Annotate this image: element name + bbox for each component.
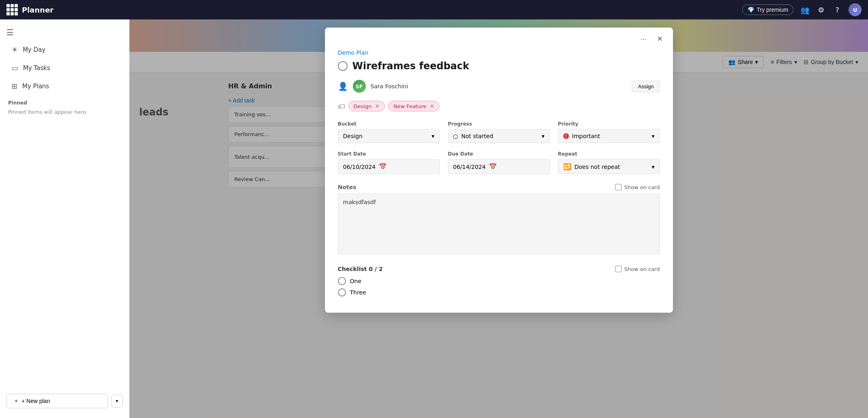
new-plan-button[interactable]: ＋ + New plan	[6, 394, 108, 408]
help-icon[interactable]: ?	[832, 5, 842, 15]
new-plan-chevron-button[interactable]: ▾	[111, 395, 123, 407]
bucket-value: Design	[343, 133, 363, 139]
checklist-title: Checklist 0 / 2	[338, 266, 383, 272]
bucket-chevron-icon: ▾	[431, 133, 434, 139]
sidebar-collapse-button[interactable]: ☰	[0, 24, 129, 41]
repeat-label: Repeat	[558, 151, 660, 157]
notes-label: Notes	[338, 184, 357, 190]
sidebar-bottom: ＋ + New plan ▾	[0, 389, 129, 413]
panel-close-button[interactable]: ✕	[654, 32, 666, 45]
assign-button[interactable]: Assign	[632, 81, 660, 92]
sidebar-item-my-plans[interactable]: ⊞ My Plans	[3, 78, 126, 94]
progress-select[interactable]: ○ Not started ▾	[448, 129, 550, 143]
notes-show-on-card-checkbox[interactable]	[615, 184, 622, 190]
tasks-icon: ▭	[11, 64, 18, 72]
calendar-icon: 📅	[379, 163, 387, 171]
top-nav: Planner 💎 Try premium 👥 ⚙ ? U	[0, 0, 868, 19]
priority-field: Priority ! Important ▾	[558, 121, 660, 143]
start-date-label: Start date	[338, 151, 440, 157]
repeat-icon: 🔁	[563, 163, 571, 171]
plans-icon: ⊞	[11, 82, 17, 90]
bucket-field: Bucket Design ▾	[338, 121, 440, 143]
checklist-item-text: Three	[350, 289, 366, 296]
due-date-input[interactable]: 06/14/2024 📅	[448, 159, 550, 174]
progress-label: Progress	[448, 121, 550, 127]
settings-icon[interactable]: ⚙	[816, 5, 826, 15]
sidebar-item-label: My Tasks	[23, 64, 50, 72]
label-new-feature[interactable]: New Feature ✕	[388, 101, 439, 111]
task-complete-circle[interactable]	[338, 61, 348, 71]
panel-body: Demo Plan Wireframes feedback 👤 SF Sara …	[325, 45, 673, 313]
progress-chevron-icon: ▾	[541, 133, 544, 139]
label-design[interactable]: Design ✕	[348, 101, 385, 111]
sun-icon: ☀	[11, 45, 18, 54]
progress-value: Not started	[461, 133, 493, 139]
priority-select[interactable]: ! Important ▾	[558, 129, 660, 143]
premium-button[interactable]: 💎 Try premium	[742, 4, 794, 15]
checklist-item-text: One	[350, 278, 362, 284]
progress-circle-icon: ○	[453, 133, 458, 139]
nav-left: Planner	[6, 4, 53, 15]
sidebar-item-label: My Day	[23, 46, 45, 53]
panel-more-button[interactable]: ···	[637, 32, 650, 45]
date-fields-grid: Start date 06/10/2024 📅 Due date 06/14/2…	[338, 151, 660, 174]
checklist-item-circle[interactable]	[338, 277, 346, 285]
due-date-field: Due date 06/14/2024 📅	[448, 151, 550, 174]
repeat-select[interactable]: 🔁 Does not repeat ▾	[558, 159, 660, 174]
priority-dot-icon: !	[563, 133, 569, 139]
start-date-input[interactable]: 06/10/2024 📅	[338, 159, 440, 174]
premium-label: Try premium	[757, 6, 788, 13]
labels-row: 🏷 Design ✕ New Feature ✕	[338, 101, 660, 111]
checklist-item: One	[338, 277, 660, 285]
panel-header: ··· ✕	[325, 28, 673, 45]
sidebar-item-my-day[interactable]: ☀ My Day	[3, 41, 126, 58]
new-plan-label: + New plan	[21, 398, 50, 404]
priority-value: Important	[572, 133, 600, 139]
task-detail-panel: ··· ✕ Demo Plan Wireframes feedback 👤 SF	[325, 28, 673, 313]
label-design-text: Design	[354, 103, 372, 109]
checklist-item-circle[interactable]	[338, 288, 346, 296]
main-layout: ☰ ☀ My Day ▭ My Tasks ⊞ My Plans Pinned …	[0, 19, 868, 418]
repeat-value: Does not repeat	[575, 164, 620, 170]
checklist-show-on-card-checkbox[interactable]	[615, 266, 622, 272]
plus-icon: ＋	[13, 397, 19, 405]
notes-header: Notes Show on card	[338, 184, 660, 190]
notes-show-on-card: Show on card	[615, 184, 660, 190]
label-new-feature-text: New Feature	[393, 103, 427, 109]
checklist-section: Checklist 0 / 2 Show on card One	[338, 266, 660, 296]
task-title-row: Wireframes feedback	[338, 60, 660, 72]
bucket-label: Bucket	[338, 121, 440, 127]
checklist-header: Checklist 0 / 2 Show on card	[338, 266, 660, 272]
sidebar: ☰ ☀ My Day ▭ My Tasks ⊞ My Plans Pinned …	[0, 19, 129, 418]
repeat-field: Repeat 🔁 Does not repeat ▾	[558, 151, 660, 174]
bucket-select[interactable]: Design ▾	[338, 129, 440, 143]
nav-right: 💎 Try premium 👥 ⚙ ? U	[742, 3, 862, 16]
diamond-icon: 💎	[747, 6, 754, 13]
notes-textarea[interactable]	[338, 194, 660, 254]
checklist-show-on-card-label: Show on card	[624, 266, 660, 272]
pinned-empty-text: Pinned items will appear here.	[0, 107, 129, 117]
fields-grid: Bucket Design ▾ Progress ○ Not	[338, 121, 660, 143]
people-icon[interactable]: 👥	[800, 5, 810, 15]
pinned-section-title: Pinned	[0, 95, 129, 107]
label-design-remove[interactable]: ✕	[375, 103, 380, 109]
user-avatar[interactable]: U	[849, 3, 862, 16]
app-title: Planner	[22, 6, 53, 14]
notes-section: Notes Show on card	[338, 184, 660, 256]
assignee-icon: 👤	[338, 81, 348, 91]
sidebar-item-my-tasks[interactable]: ▭ My Tasks	[3, 60, 126, 76]
task-title: Wireframes feedback	[352, 60, 469, 72]
modal-overlay: ··· ✕ Demo Plan Wireframes feedback 👤 SF	[129, 19, 868, 418]
content-area: 👥 Share ▾ ≡ Filters ▾ ⊟ Group by Bucket …	[129, 19, 868, 418]
start-date-field: Start date 06/10/2024 📅	[338, 151, 440, 174]
waffle-icon[interactable]	[6, 4, 18, 15]
due-date-label: Due date	[448, 151, 550, 157]
checklist-item: Three	[338, 288, 660, 296]
breadcrumb[interactable]: Demo Plan	[338, 49, 369, 56]
notes-show-on-card-label: Show on card	[624, 184, 660, 190]
label-new-feature-remove[interactable]: ✕	[430, 103, 435, 109]
assignee-row: 👤 SF Sara Foschini Assign	[338, 80, 660, 93]
checklist-show-on-card: Show on card	[615, 266, 660, 272]
due-date-value: 06/14/2024	[453, 164, 486, 170]
start-date-value: 06/10/2024	[343, 164, 376, 170]
